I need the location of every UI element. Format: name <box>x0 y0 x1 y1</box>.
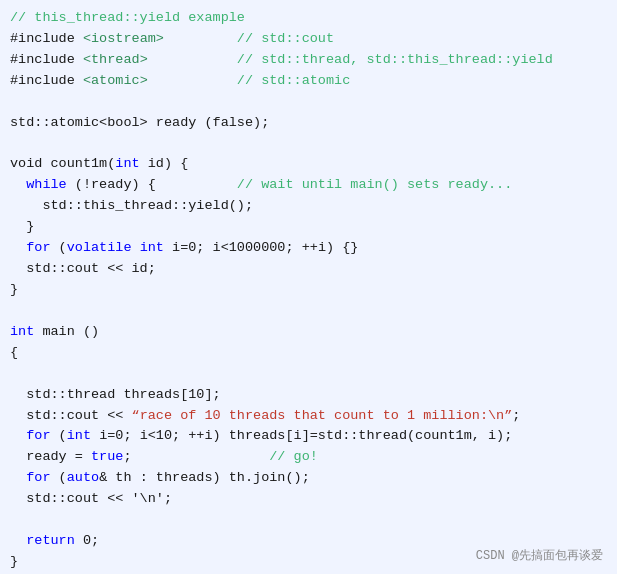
code-line: // this_thread::yield example <box>10 8 607 29</box>
code-line: std::atomic<bool> ready (false); <box>10 113 607 134</box>
code-line: #include <atomic> // std::atomic <box>10 71 607 92</box>
code-line: for (auto& th : threads) th.join(); <box>10 468 607 489</box>
code-container: // this_thread::yield example#include <i… <box>0 0 617 574</box>
code-line: while (!ready) { // wait until main() se… <box>10 175 607 196</box>
code-line: std::cout << “race of 10 threads that co… <box>10 406 607 427</box>
code-block: // this_thread::yield example#include <i… <box>10 8 607 573</box>
code-line: std::this_thread::yield(); <box>10 196 607 217</box>
code-line: ready = true; // go! <box>10 447 607 468</box>
code-line: { <box>10 343 607 364</box>
code-line: for (volatile int i=0; i<1000000; ++i) {… <box>10 238 607 259</box>
code-line <box>10 92 607 113</box>
code-line: int main () <box>10 322 607 343</box>
code-line: for (int i=0; i<10; ++i) threads[i]=std:… <box>10 426 607 447</box>
code-line: std::cout << id; <box>10 259 607 280</box>
code-line: } <box>10 280 607 301</box>
code-line: #include <thread> // std::thread, std::t… <box>10 50 607 71</box>
code-line: void count1m(int id) { <box>10 154 607 175</box>
code-line <box>10 134 607 155</box>
code-line: } <box>10 217 607 238</box>
code-line <box>10 364 607 385</box>
code-line <box>10 301 607 322</box>
code-line <box>10 510 607 531</box>
footer-watermark: CSDN @先搞面包再谈爱 <box>476 547 603 566</box>
code-line: std::thread threads[10]; <box>10 385 607 406</box>
code-line: #include <iostream> // std::cout <box>10 29 607 50</box>
code-line: std::cout << '\n'; <box>10 489 607 510</box>
